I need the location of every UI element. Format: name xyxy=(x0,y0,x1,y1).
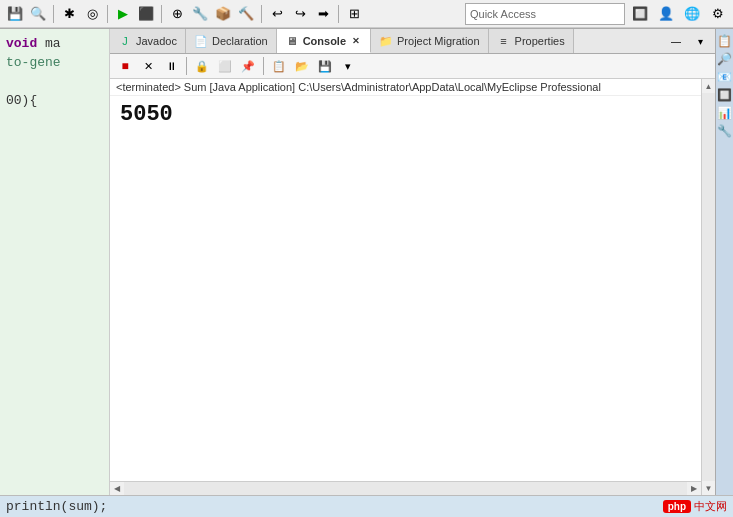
toolbar-btn-11[interactable]: ↪ xyxy=(289,3,311,25)
code-line-empty-12 xyxy=(0,300,109,319)
console-menu-btn[interactable]: ▾ xyxy=(337,55,359,77)
side-icon-1[interactable]: 📋 xyxy=(717,33,733,49)
side-icon-5[interactable]: 📊 xyxy=(717,105,733,121)
toolbar-btn-3[interactable]: ✱ xyxy=(58,3,80,25)
bottom-code-text: println(sum); xyxy=(6,499,107,514)
console-pin-btn[interactable]: 📌 xyxy=(237,55,259,77)
main-area: void ma to-gene 00){ J Javadoc xyxy=(0,29,733,495)
code-line-1: void ma xyxy=(0,34,109,53)
console-toolbar: ■ ✕ ⏸ 🔒 ⬜ 📌 📋 📂 💾 ▾ xyxy=(110,54,715,79)
toolbar-btn-qa4[interactable]: ⚙ xyxy=(707,3,729,25)
console-open-btn[interactable]: 📂 xyxy=(291,55,313,77)
code-line-empty-8 xyxy=(0,224,109,243)
side-icon-2[interactable]: 🔎 xyxy=(717,51,733,67)
console-pause-btn[interactable]: ⏸ xyxy=(160,55,182,77)
right-panel: J Javadoc 📄 Declaration 🖥 Console ✕ 📁 Pr… xyxy=(110,29,715,495)
tab-props-icon: ≡ xyxy=(497,34,511,48)
tab-pm-label: Project Migration xyxy=(397,35,480,47)
tab-console-close[interactable]: ✕ xyxy=(350,35,362,47)
console-main: <terminated> Sum [Java Application] C:\U… xyxy=(110,79,701,495)
code-line-empty-3 xyxy=(0,129,109,148)
tab-properties[interactable]: ≡ Properties xyxy=(489,29,574,53)
toolbar-btn-4[interactable]: ◎ xyxy=(81,3,103,25)
sep-5 xyxy=(338,5,339,23)
code-line-empty-6 xyxy=(0,186,109,205)
toolbar-btn-10[interactable]: ↩ xyxy=(266,3,288,25)
toolbar-btn-run[interactable]: ▶ xyxy=(112,3,134,25)
tab-declaration[interactable]: 📄 Declaration xyxy=(186,29,277,53)
code-line-3: 00){ xyxy=(0,91,109,110)
tab-props-label: Properties xyxy=(515,35,565,47)
code-line-empty-11 xyxy=(0,281,109,300)
side-icon-6[interactable]: 🔧 xyxy=(717,123,733,139)
php-badge: php xyxy=(663,500,691,513)
console-vscroll[interactable]: ▲ ▼ xyxy=(701,79,715,495)
side-icon-3[interactable]: 📧 xyxy=(717,69,733,85)
console-output: 5050 xyxy=(110,96,701,481)
console-scroll-lock-btn[interactable]: 🔒 xyxy=(191,55,213,77)
tab-menu-btn[interactable]: ▾ xyxy=(689,30,711,52)
tab-declaration-label: Declaration xyxy=(212,35,268,47)
bottom-bar: println(sum); php 中文网 xyxy=(0,495,733,517)
code-line-empty-2 xyxy=(0,110,109,129)
toolbar-btn-forward[interactable]: ➡ xyxy=(312,3,334,25)
code-panel: void ma to-gene 00){ xyxy=(0,29,110,495)
tab-bar-end: — ▾ xyxy=(665,30,715,52)
hscroll-track[interactable] xyxy=(124,482,687,495)
vscroll-track[interactable] xyxy=(702,93,715,481)
side-icons-panel: 📋 🔎 📧 🔲 📊 🔧 xyxy=(715,29,733,495)
vscroll-up[interactable]: ▲ xyxy=(702,79,716,93)
tab-javadoc[interactable]: J Javadoc xyxy=(110,29,186,53)
toolbar-btn-12[interactable]: ⊞ xyxy=(343,3,365,25)
toolbar-btn-9[interactable]: 🔨 xyxy=(235,3,257,25)
tab-javadoc-label: Javadoc xyxy=(136,35,177,47)
toolbar-btn-2[interactable]: 🔍 xyxy=(27,3,49,25)
toolbar-btn-qa3[interactable]: 🌐 xyxy=(681,3,703,25)
tab-project-migration[interactable]: 📁 Project Migration xyxy=(371,29,489,53)
code-line-empty-5 xyxy=(0,167,109,186)
quick-access-input[interactable] xyxy=(465,3,625,25)
sep-4 xyxy=(261,5,262,23)
code-line-empty-1 xyxy=(0,72,109,91)
toolbar-btn-1[interactable]: 💾 xyxy=(4,3,26,25)
code-text-ma: ma xyxy=(45,36,61,51)
vscroll-down[interactable]: ▼ xyxy=(702,481,716,495)
console-save-btn[interactable]: 💾 xyxy=(314,55,336,77)
tab-minimize-btn[interactable]: — xyxy=(665,30,687,52)
console-hscroll[interactable]: ◀ ▶ xyxy=(110,481,701,495)
code-line-empty-10 xyxy=(0,262,109,281)
tab-declaration-icon: 📄 xyxy=(194,34,208,48)
console-header: <terminated> Sum [Java Application] C:\U… xyxy=(110,79,701,96)
code-line-empty-13 xyxy=(0,319,109,338)
console-copy-btn[interactable]: 📋 xyxy=(268,55,290,77)
tab-console-icon: 🖥 xyxy=(285,34,299,48)
hscroll-right[interactable]: ▶ xyxy=(687,482,701,496)
tab-pm-icon: 📁 xyxy=(379,34,393,48)
toolbar-area: 💾 🔍 ✱ ◎ ▶ ⬛ ⊕ 🔧 📦 🔨 ↩ ↪ ➡ ⊞ 🔲 👤 🌐 xyxy=(0,0,733,29)
php-cn-text: 中文网 xyxy=(694,499,727,514)
console-terminate-btn[interactable]: ■ xyxy=(114,55,136,77)
tab-bar: J Javadoc 📄 Declaration 🖥 Console ✕ 📁 Pr… xyxy=(110,29,715,54)
console-clear-btn[interactable]: ✕ xyxy=(137,55,159,77)
tab-javadoc-icon: J xyxy=(118,34,132,48)
toolbar-btn-qa2[interactable]: 👤 xyxy=(655,3,677,25)
toolbar-btn-6[interactable]: ⊕ xyxy=(166,3,188,25)
toolbar-btn-8[interactable]: 📦 xyxy=(212,3,234,25)
side-icon-4[interactable]: 🔲 xyxy=(717,87,733,103)
toolbar-btn-7[interactable]: 🔧 xyxy=(189,3,211,25)
sep-2 xyxy=(107,5,108,23)
sep-1 xyxy=(53,5,54,23)
toolbar-group-left: 💾 🔍 ✱ ◎ ▶ ⬛ ⊕ 🔧 📦 🔨 ↩ ↪ ➡ ⊞ xyxy=(4,3,365,25)
console-word-wrap-btn[interactable]: ⬜ xyxy=(214,55,236,77)
hscroll-left[interactable]: ◀ xyxy=(110,482,124,496)
code-line-empty-7 xyxy=(0,205,109,224)
sep-c1 xyxy=(186,57,187,75)
tab-console[interactable]: 🖥 Console ✕ xyxy=(277,29,371,53)
code-line-2: to-gene xyxy=(0,53,109,72)
code-keyword-void: void xyxy=(6,36,37,51)
code-line-empty-9 xyxy=(0,243,109,262)
toolbar-row1: 💾 🔍 ✱ ◎ ▶ ⬛ ⊕ 🔧 📦 🔨 ↩ ↪ ➡ ⊞ 🔲 👤 🌐 xyxy=(0,0,733,28)
sep-c2 xyxy=(263,57,264,75)
toolbar-btn-5[interactable]: ⬛ xyxy=(135,3,157,25)
toolbar-btn-qa1[interactable]: 🔲 xyxy=(629,3,651,25)
